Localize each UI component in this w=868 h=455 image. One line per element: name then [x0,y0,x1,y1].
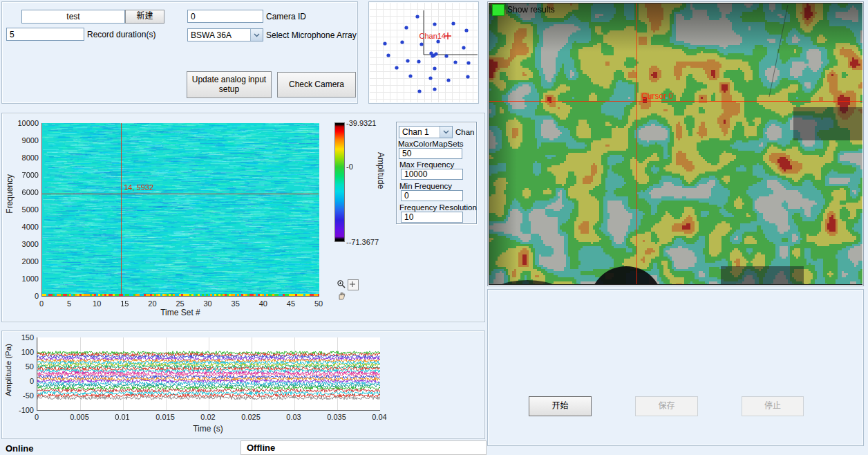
start-button[interactable]: 开始 [529,396,592,416]
analysis-controls-cluster: Chan 1 Chan MaxColorMapSets 50 Max Frequ… [396,122,477,224]
waveform-x-tick: 0.015 [155,413,175,421]
camera-id-label: Camera ID [266,12,306,21]
frequency-resolution-input[interactable]: 10 [401,212,463,223]
mic-position-dot [444,54,448,57]
camera-cursor-label: Cursor 0 [641,91,673,101]
record-duration-label: Record duration(s) [87,30,155,39]
acoustic-camera-app: test 新建 5 Record duration(s) 0 Camera ID… [0,0,868,455]
spectrogram-x-tick: 15 [120,299,129,308]
record-duration-input[interactable]: 5 [6,28,84,41]
max-colormap-input[interactable]: 50 [399,148,462,159]
waveform-y-tick: -100 [19,406,34,414]
stop-button: 停止 [742,396,804,416]
mic-position-dot [453,60,457,64]
status-offline-box: Offline [240,440,487,455]
mic-position-dot [417,59,420,63]
chan-label: Chan [455,128,475,136]
new-project-button[interactable]: 新建 [125,10,164,24]
mic-array-scatter[interactable]: Chan14 [369,2,478,103]
spectrogram-y-tick: 8000 [22,154,39,162]
waveform-panel: Amplitude (Pa) Time (s) 150100500-50-100… [1,331,485,439]
waveform-y-tick: 0 [30,377,34,385]
spectrogram-cursor-vline[interactable] [121,123,122,296]
spectrogram-y-tick: 9000 [22,136,39,145]
spectrogram-x-tick: 35 [232,299,240,308]
spectrogram-x-tick: 0 [39,299,44,308]
camera-view-panel: Cursor 0 Show results [487,1,864,286]
microphone-array-select[interactable]: BSWA 36A [187,28,263,41]
spectrogram-x-axis-label: Time Set # [160,308,200,317]
chevron-down-icon[interactable] [440,127,452,138]
min-frequency-label: Min Frequency [399,182,452,190]
zoom-tool-icon[interactable] [337,279,346,289]
show-results-checkbox[interactable] [492,4,504,16]
spectrogram-y-tick: 3000 [22,240,39,248]
mic-position-dot [431,54,434,57]
waveform-x-tick: 0.005 [70,413,89,421]
colorbar-max-label: -39.9321 [346,119,376,127]
spectrogram-x-tick: 10 [93,299,101,308]
spectrogram-y-tick: 1000 [22,275,39,283]
mic-position-dot [466,75,469,78]
save-button: 保存 [635,396,698,416]
spectrogram-cursor-hline[interactable] [41,194,319,194]
microphone-array-value: BSWA 36A [188,29,250,41]
camera-cursor-hline[interactable] [489,101,862,102]
max-colormap-label: MaxColorMapSets [398,140,464,148]
spectrogram-panel: Frequency 14, 5932 -39.9321 -0 --71.3677… [1,113,485,322]
waveform-x-axis-label: Time (s) [193,424,223,434]
update-analog-input-button[interactable]: Update analog input setup [187,71,272,98]
actions-panel: 开始 保存 停止 [487,289,864,446]
waveform-x-tick: 0.02 [200,413,215,421]
mic-position-dot [466,61,470,64]
spectrogram-plot-area[interactable] [41,123,319,297]
chan-select-value: Chan 1 [399,127,440,138]
waveform-y-axis-label: Amplitude (Pa) [4,344,12,396]
mic-position-dot [428,76,432,80]
pan-tool-icon[interactable] [337,291,346,301]
waveform-x-tick: 0.01 [115,413,129,421]
cursor-tool-icon[interactable] [348,279,359,290]
mic-position-dot [408,74,412,77]
spectrogram-y-tick: 7000 [22,171,39,179]
mic-position-dot [419,42,423,46]
mic-position-dot [446,78,450,82]
colorbar-mid-label: -0 [346,162,353,171]
waveform-y-tick: -50 [23,391,34,400]
spectrogram-cursor-label: 14, 5932 [124,183,153,192]
spectrogram-x-tick: 20 [148,299,156,308]
mic-position-dot [436,39,440,43]
spectrogram-y-tick: 0 [35,292,39,300]
waveform-y-tick: 150 [21,333,34,342]
project-name-input[interactable]: test [21,10,125,24]
mic-position-dot [417,89,421,93]
spectrogram-x-tick: 50 [314,299,323,308]
spectrogram-y-tick: 5000 [22,205,39,214]
waveform-x-tick: 0.03 [286,413,301,421]
chevron-down-icon[interactable] [250,29,263,41]
mic-position-dot [433,87,436,91]
mic-position-dot [433,66,436,70]
min-frequency-input[interactable]: 0 [401,190,463,201]
waveform-plot-area[interactable] [37,337,380,411]
waveform-x-tick: 0 [35,413,39,421]
mic-position-dot [400,40,404,44]
chan14-label: Chan14 [419,32,446,40]
max-frequency-label: Max Frequency [399,160,454,169]
camera-id-input[interactable]: 0 [187,10,263,23]
camera-image[interactable] [489,3,862,284]
mic-position-dot [383,41,386,45]
waveform-x-tick: 0.025 [241,413,261,421]
check-camera-button[interactable]: Check Camera [277,72,356,98]
waveform-y-tick: 50 [26,362,34,371]
chan-select[interactable]: Chan 1 [399,126,453,138]
spectrogram-y-tick: 10000 [17,119,39,127]
mic-position-dot [404,26,408,29]
frequency-resolution-label: Frequency Resolution [399,203,477,212]
mic-position-dot [433,22,436,26]
max-frequency-input[interactable]: 10000 [401,169,463,180]
camera-cursor-vline[interactable] [636,3,637,284]
colorbar-min-label: --71.3677 [346,238,379,246]
mic-position-dot [395,66,398,69]
amplitude-colorbar [334,122,345,242]
